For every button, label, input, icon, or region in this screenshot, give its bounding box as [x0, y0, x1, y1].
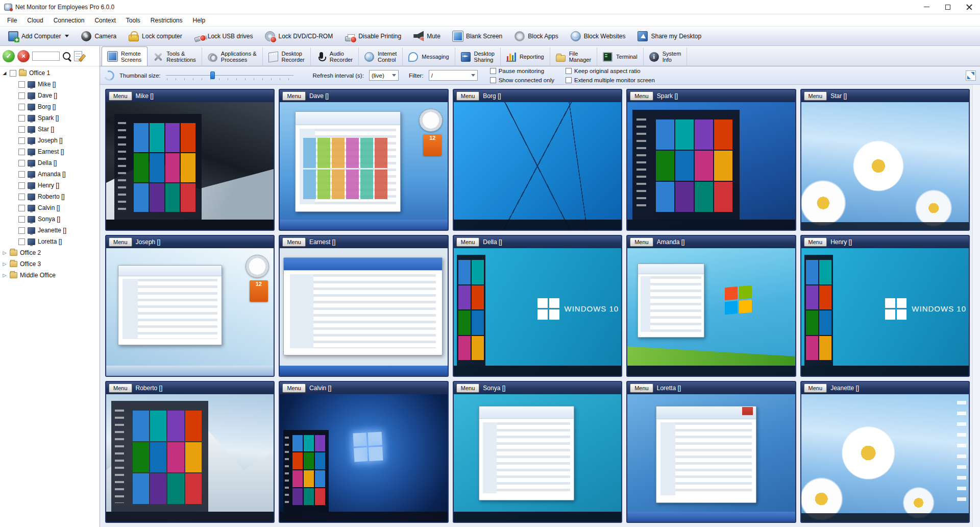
- edit-list-icon[interactable]: [74, 51, 82, 61]
- tree-computer-row[interactable]: Amanda []: [0, 169, 100, 180]
- refresh-icon[interactable]: [103, 68, 116, 82]
- filter-select[interactable]: /: [429, 70, 478, 81]
- menubar-item-help[interactable]: Help: [187, 14, 210, 27]
- checkbox-box[interactable]: [490, 68, 496, 74]
- thumbnail-menu-button[interactable]: Menu: [109, 384, 132, 393]
- remote-screen-thumbnail[interactable]: Menu Della [] WINDOWS 10: [453, 235, 622, 377]
- menubar-item-file[interactable]: File: [2, 14, 22, 27]
- remote-screen-thumbnail[interactable]: Menu Jeanette []: [800, 381, 970, 523]
- tree-expand-arrow[interactable]: ▷: [2, 273, 7, 278]
- thumbnail-menu-button[interactable]: Menu: [456, 91, 480, 101]
- tree-item-checkbox[interactable]: [18, 182, 25, 189]
- feature-tab[interactable]: Messaging: [403, 47, 455, 66]
- tree-item-checkbox[interactable]: [18, 171, 25, 178]
- tree-computer-row[interactable]: Calvin []: [0, 202, 100, 213]
- refresh-interval-select[interactable]: (live): [369, 70, 399, 81]
- tree-expand-arrow[interactable]: ▷: [2, 250, 7, 255]
- disconnect-button[interactable]: ×: [17, 50, 30, 62]
- tree-item-checkbox[interactable]: [18, 149, 25, 155]
- toolbar-button[interactable]: Add Computer: [2, 28, 75, 44]
- tree-computer-row[interactable]: Spark []: [0, 112, 100, 124]
- thumbnail-menu-button[interactable]: Menu: [109, 91, 132, 101]
- remote-desktop-preview[interactable]: [627, 394, 795, 522]
- checkbox-box[interactable]: [566, 68, 572, 74]
- tree-computer-row[interactable]: Earnest []: [0, 146, 100, 157]
- option-checkbox[interactable]: Keep original aspect ratio: [566, 67, 655, 75]
- tree-item-checkbox[interactable]: [18, 126, 25, 133]
- thumbnail-menu-button[interactable]: Menu: [630, 237, 653, 247]
- search-icon[interactable]: [62, 52, 71, 61]
- toolbar-button[interactable]: Block Apps: [508, 28, 564, 44]
- menubar-item-connection[interactable]: Connection: [48, 14, 90, 27]
- toolbar-button[interactable]: Mute: [407, 28, 447, 44]
- remote-desktop-preview[interactable]: [801, 102, 969, 230]
- tree-item-checkbox[interactable]: [18, 92, 25, 99]
- checkbox-box[interactable]: [490, 77, 496, 83]
- toolbar-button[interactable]: Lock DVD/CD-ROM: [259, 28, 339, 44]
- option-checkbox[interactable]: Pause monitoring: [490, 67, 554, 75]
- remote-screen-thumbnail[interactable]: Menu Henry [] WINDOWS 10: [800, 235, 970, 377]
- thumbnail-menu-button[interactable]: Menu: [630, 384, 653, 393]
- remote-desktop-preview[interactable]: [627, 102, 795, 230]
- option-checkbox[interactable]: Show connected only: [490, 76, 554, 84]
- tree-item-checkbox[interactable]: [18, 238, 25, 245]
- thumbnail-size-slider[interactable]: [166, 70, 293, 81]
- remote-screen-thumbnail[interactable]: Menu Earnest []: [279, 235, 448, 377]
- tree-item-checkbox[interactable]: [18, 81, 25, 88]
- thumbnail-menu-button[interactable]: Menu: [456, 384, 480, 393]
- feature-tab[interactable]: System Info: [644, 47, 688, 66]
- maximize-button[interactable]: [937, 0, 959, 14]
- feature-tab[interactable]: Desktop Recorder: [263, 47, 311, 66]
- tree-group-row[interactable]: ▷ Office 3: [0, 258, 100, 270]
- remote-screen-thumbnail[interactable]: Menu Joseph [] 12: [105, 235, 275, 377]
- remote-screen-thumbnail[interactable]: Menu Mike []: [105, 89, 275, 231]
- tree-item-checkbox[interactable]: [18, 104, 25, 110]
- tree-computer-row[interactable]: Della []: [0, 157, 100, 169]
- feature-tab[interactable]: Applications & Processes: [202, 47, 263, 66]
- tree-computer-row[interactable]: Roberto []: [0, 191, 100, 202]
- tree-computer-row[interactable]: Joseph []: [0, 135, 100, 146]
- tree-item-checkbox[interactable]: [18, 227, 25, 234]
- feature-tab[interactable]: Audio Recorder: [311, 47, 359, 66]
- remote-desktop-preview[interactable]: [454, 394, 621, 522]
- remote-desktop-preview[interactable]: 12: [106, 248, 274, 376]
- checkbox-box[interactable]: [566, 77, 572, 83]
- thumbnail-menu-button[interactable]: Menu: [804, 237, 827, 247]
- tree-item-checkbox[interactable]: [18, 115, 25, 122]
- thumbnail-menu-button[interactable]: Menu: [804, 384, 827, 393]
- toolbar-button[interactable]: Block Websites: [565, 28, 632, 44]
- tree-expand-arrow[interactable]: ▷: [2, 261, 7, 267]
- fullscreen-expand-icon[interactable]: [966, 70, 976, 81]
- tree-group-row[interactable]: ◢ Office 1: [0, 67, 100, 79]
- remote-screen-thumbnail[interactable]: Menu Spark []: [626, 89, 796, 231]
- remote-desktop-preview[interactable]: [106, 394, 274, 522]
- tree-computer-row[interactable]: Borg []: [0, 101, 100, 112]
- feature-tab[interactable]: Terminal: [597, 47, 644, 66]
- tree-item-checkbox[interactable]: [18, 194, 25, 200]
- toolbar-button[interactable]: Camera: [75, 28, 122, 44]
- remote-desktop-preview[interactable]: [454, 102, 621, 230]
- thumbnail-menu-button[interactable]: Menu: [282, 237, 306, 247]
- remote-desktop-preview[interactable]: [801, 394, 969, 522]
- close-button[interactable]: [959, 0, 980, 14]
- thumbnail-menu-button[interactable]: Menu: [804, 91, 827, 101]
- remote-screen-thumbnail[interactable]: Menu Star []: [800, 89, 970, 231]
- remote-screen-thumbnail[interactable]: Menu Borg []: [453, 89, 622, 231]
- toolbar-button[interactable]: Disable Printing: [339, 28, 407, 44]
- remote-desktop-preview[interactable]: 12: [280, 102, 447, 230]
- remote-desktop-preview[interactable]: WINDOWS 10: [454, 248, 621, 376]
- feature-tab[interactable]: File Manager: [550, 47, 597, 66]
- tree-computer-row[interactable]: Henry []: [0, 180, 100, 191]
- tree-item-checkbox[interactable]: [18, 205, 25, 211]
- connect-button[interactable]: ✓: [3, 50, 15, 62]
- thumbnail-menu-button[interactable]: Menu: [282, 384, 306, 393]
- thumbnail-menu-button[interactable]: Menu: [456, 237, 480, 247]
- minimize-button[interactable]: [916, 0, 937, 14]
- tree-group-checkbox[interactable]: [10, 70, 16, 77]
- tree-computer-row[interactable]: Mike []: [0, 79, 100, 90]
- remote-screen-thumbnail[interactable]: Menu Amanda []: [626, 235, 796, 377]
- thumbnail-menu-button[interactable]: Menu: [630, 91, 653, 101]
- remote-desktop-preview[interactable]: [627, 248, 795, 376]
- vertical-scrollbar[interactable]: [972, 85, 980, 527]
- toolbar-button[interactable]: Lock computer: [122, 28, 188, 44]
